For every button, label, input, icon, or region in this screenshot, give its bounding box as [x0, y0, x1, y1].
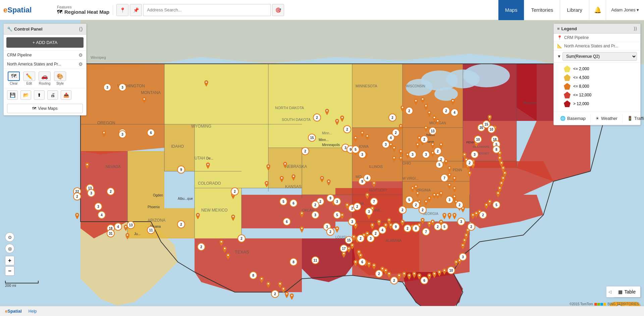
cluster-marker[interactable]: 11 — [311, 256, 319, 264]
map-pin[interactable] — [438, 191, 444, 200]
cluster-marker[interactable]: 5 — [492, 201, 500, 209]
cluster-marker[interactable]: 9 — [392, 223, 400, 231]
cluster-marker[interactable]: 2 — [357, 234, 365, 242]
cluster-marker[interactable]: 2 — [107, 187, 115, 195]
cluster-marker[interactable]: 2 — [343, 125, 351, 133]
cluster-marker[interactable]: 11 — [147, 226, 155, 234]
cluster-marker[interactable]: 10 — [447, 266, 455, 274]
cluster-marker[interactable]: 2 — [301, 147, 309, 155]
zoom-out-button[interactable]: − — [5, 266, 14, 276]
cluster-marker[interactable]: 2 — [73, 192, 81, 200]
cluster-marker[interactable]: 8 — [289, 258, 298, 266]
cluster-marker[interactable]: 17 — [340, 244, 348, 253]
map-pin[interactable] — [289, 294, 295, 302]
map-pin[interactable] — [371, 181, 377, 190]
cluster-marker[interactable]: 3 — [358, 150, 366, 159]
cluster-marker[interactable]: 3 — [311, 211, 319, 219]
map-pin[interactable] — [265, 282, 271, 290]
cluster-marker[interactable]: 3 — [87, 189, 95, 197]
territories-nav-button[interactable]: Territories — [524, 0, 560, 20]
map-pin[interactable] — [265, 164, 271, 173]
cluster-marker[interactable]: 4 — [363, 174, 371, 182]
map-pin[interactable] — [279, 176, 285, 185]
cluster-marker[interactable]: 2 — [466, 159, 474, 167]
notifications-button[interactable]: 🔔 — [589, 0, 606, 20]
view-maps-button[interactable]: 🗺 View Maps — [7, 104, 83, 113]
cluster-marker[interactable]: 5 — [333, 211, 341, 219]
cluster-marker[interactable]: 3 — [94, 202, 102, 211]
map-pin[interactable] — [84, 163, 90, 171]
cluster-marker[interactable]: 3 — [118, 130, 126, 138]
open-button[interactable]: 📂 — [20, 90, 31, 100]
cluster-marker[interactable]: 2 — [404, 224, 412, 232]
weather-button[interactable]: ☀ Weather — [591, 114, 623, 123]
share-button[interactable]: ⬆ — [34, 90, 45, 100]
maps-nav-button[interactable]: Maps — [498, 0, 524, 20]
zoom-in-button[interactable]: + — [5, 256, 14, 265]
cluster-marker[interactable]: 2 — [467, 223, 475, 231]
cluster-marker[interactable]: 2 — [313, 114, 321, 122]
cluster-marker[interactable]: 2 — [434, 147, 442, 155]
cluster-marker[interactable]: 10 — [474, 135, 482, 143]
cluster-marker[interactable]: 3 — [459, 253, 467, 261]
cluster-marker[interactable]: 4 — [450, 108, 459, 117]
cluster-marker[interactable]: 2 — [237, 234, 246, 242]
cluster-marker[interactable]: 2 — [326, 228, 334, 236]
map-pin[interactable] — [225, 253, 231, 262]
cluster-marker[interactable]: 2 — [419, 206, 427, 214]
table-button[interactable]: ▦ Table — [613, 286, 640, 297]
cluster-marker[interactable]: 8 — [412, 224, 420, 232]
map-pin[interactable] — [264, 181, 270, 190]
cp-collapse-button[interactable]: ⟨⟩ — [79, 26, 83, 32]
cluster-marker[interactable]: 2 — [271, 290, 279, 298]
map-pin[interactable] — [413, 99, 419, 107]
address-search-input[interactable] — [143, 4, 271, 16]
map-pin[interactable] — [205, 163, 211, 171]
crm-pipeline-settings-button[interactable]: ⚙ — [78, 52, 83, 58]
cluster-marker[interactable]: 3 — [365, 208, 373, 216]
edit-tool[interactable]: ✏️ Edit — [22, 72, 36, 85]
map-pin[interactable] — [203, 80, 209, 89]
cluster-marker[interactable]: 8 — [492, 145, 500, 153]
cluster-marker[interactable]: 3 — [409, 150, 417, 159]
traffic-button[interactable]: 🚦 Traffic — [623, 114, 644, 123]
style-tool[interactable]: 🎨 Style — [53, 72, 67, 85]
zoom-home-button[interactable]: ⊙ — [5, 232, 14, 242]
map-pin[interactable] — [282, 162, 288, 171]
map-pin[interactable] — [353, 136, 359, 144]
pin-search-button[interactable]: 📌 — [130, 4, 142, 16]
clear-tool[interactable]: 🗺 Clear — [7, 72, 20, 85]
cluster-marker[interactable]: 3 — [457, 218, 465, 226]
cluster-marker[interactable]: 2 — [311, 201, 319, 209]
map-pin[interactable] — [460, 243, 466, 252]
locate-button[interactable]: 🎯 — [272, 4, 284, 16]
map-pin[interactable] — [353, 260, 359, 269]
cluster-marker[interactable]: 3 — [471, 150, 479, 159]
zoom-compass-button[interactable]: ◎ — [5, 244, 14, 253]
cluster-marker[interactable]: 9 — [326, 194, 334, 202]
map-pin[interactable] — [398, 156, 404, 165]
map-pin[interactable] — [483, 203, 489, 212]
cluster-marker[interactable]: 6 — [147, 129, 155, 137]
legend-metric-dropdown[interactable]: Sum(Revenue Q2) — [562, 52, 637, 61]
cluster-marker[interactable]: 2 — [405, 107, 413, 115]
cluster-marker[interactable]: 2 — [398, 206, 407, 214]
map-pin[interactable] — [391, 146, 397, 154]
cluster-marker[interactable]: 10 — [487, 125, 495, 133]
cluster-marker[interactable]: 13 — [127, 221, 135, 229]
map-pin[interactable] — [431, 116, 437, 124]
cluster-marker[interactable]: 4 — [114, 223, 122, 231]
map-pin[interactable] — [341, 252, 347, 260]
map-pin[interactable] — [339, 116, 345, 124]
map-pin[interactable] — [299, 211, 305, 220]
cluster-marker[interactable]: 9 — [177, 166, 185, 174]
map-pin[interactable] — [334, 226, 340, 235]
cluster-marker[interactable]: 3 — [367, 234, 375, 242]
map-pin[interactable] — [391, 156, 397, 165]
north-america-settings-button[interactable]: ⚙ — [78, 61, 83, 67]
cluster-marker[interactable]: 5 — [435, 161, 443, 169]
cluster-marker[interactable]: 2 — [197, 243, 205, 251]
user-menu-button[interactable]: Adam Jones ▾ — [606, 0, 644, 20]
cluster-marker[interactable]: 2 — [434, 223, 442, 231]
routing-tool[interactable]: 🚗 Routing — [38, 72, 51, 85]
